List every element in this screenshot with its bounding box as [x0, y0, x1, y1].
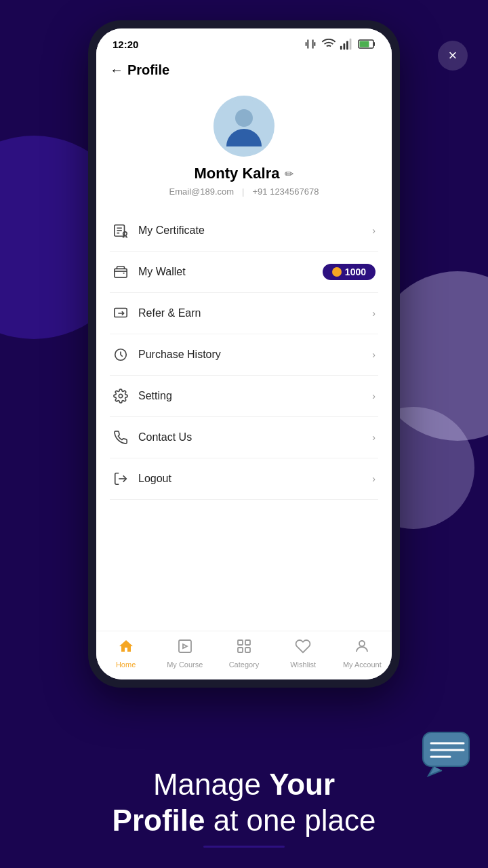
menu-label-purchase: Purchase History [138, 349, 221, 361]
back-button[interactable]: ← Profile [110, 62, 169, 78]
battery-icon [358, 39, 375, 49]
svg-rect-18 [179, 640, 191, 652]
status-bar: 12:20 [96, 28, 392, 56]
nav-item-wishlist[interactable]: Wishlist [283, 638, 323, 669]
menu-item-setting[interactable]: Setting › [110, 376, 378, 417]
svg-point-23 [359, 641, 365, 646]
nav-item-home[interactable]: Home [106, 638, 146, 669]
back-arrow-icon: ← [110, 62, 123, 78]
svg-rect-3 [350, 39, 352, 50]
profile-name-row: Monty Kalra ✏ [195, 165, 294, 182]
bottom-heading: Manage Your Profile at one place [113, 767, 376, 839]
svg-rect-2 [346, 41, 348, 50]
bottom-line2-normal: at one place [205, 804, 375, 837]
menu-label-setting: Setting [138, 390, 172, 402]
logout-icon [113, 471, 129, 487]
chevron-icon-certificate: › [372, 225, 375, 236]
phone-icon [113, 429, 129, 446]
svg-rect-13 [115, 269, 127, 277]
profile-section: Monty Kalra ✏ Email@189.com | +91 123456… [96, 85, 392, 210]
svg-rect-21 [238, 648, 243, 652]
bottom-line1-bold: Your [269, 768, 335, 801]
svg-rect-20 [245, 640, 250, 645]
svg-point-7 [235, 109, 253, 127]
header-title: Profile [127, 62, 169, 78]
chevron-icon-refer: › [372, 308, 375, 319]
nav-label-home: Home [116, 660, 136, 669]
bottom-nav: Home My Course [96, 631, 392, 679]
menu-label-wallet: My Wallet [138, 266, 186, 278]
home-icon [118, 638, 134, 658]
menu-item-my-wallet[interactable]: My Wallet 1000 [110, 252, 378, 293]
menu-label-refer: Refer & Earn [138, 307, 201, 319]
svg-point-12 [123, 232, 127, 236]
profile-contact: Email@189.com | +91 1234567678 [169, 186, 319, 197]
svg-rect-19 [238, 640, 243, 645]
contact-divider: | [242, 186, 244, 197]
wallet-badge: 1000 [323, 264, 375, 280]
wifi-icon [321, 37, 336, 52]
menu-label-certificate: My Certificate [138, 224, 205, 237]
header: ← Profile [96, 56, 392, 85]
signal-icon [340, 37, 354, 52]
nav-label-wishlist: Wishlist [290, 660, 316, 669]
phone-screen: 12:20 ← Profile [96, 28, 392, 679]
svg-rect-0 [340, 46, 342, 50]
chevron-icon-setting: › [372, 391, 375, 401]
category-icon [236, 638, 252, 658]
status-time: 12:20 [113, 39, 138, 50]
bottom-line1-normal: Manage [153, 768, 269, 801]
menu-item-contact-us[interactable]: Contact Us › [110, 417, 378, 458]
menu-label-logout: Logout [138, 473, 171, 485]
course-icon [177, 638, 193, 658]
menu-label-contact: Contact Us [138, 431, 192, 443]
menu-item-logout[interactable]: Logout › [110, 458, 378, 500]
chevron-icon-purchase: › [372, 349, 375, 360]
history-icon [113, 347, 129, 363]
edit-profile-icon[interactable]: ✏ [285, 167, 293, 180]
nav-item-category[interactable]: Category [224, 638, 264, 669]
coin-icon [332, 267, 342, 277]
heart-icon [295, 638, 311, 658]
menu-item-refer-earn[interactable]: Refer & Earn › [110, 293, 378, 334]
nav-label-category: Category [229, 660, 260, 669]
profile-email: Email@189.com [169, 186, 235, 197]
bottom-underline [203, 846, 285, 848]
chevron-icon-logout: › [372, 473, 375, 484]
certificate-icon [113, 222, 129, 239]
status-icons [303, 37, 375, 52]
nav-label-course: My Course [167, 660, 203, 669]
vibrate-icon [303, 37, 318, 52]
profile-name: Monty Kalra [195, 165, 280, 182]
svg-rect-14 [115, 309, 127, 317]
profile-phone: +91 1234567678 [253, 186, 319, 197]
bottom-text-section: Manage Your Profile at one place [0, 767, 488, 848]
nav-item-my-course[interactable]: My Course [165, 638, 205, 669]
svg-rect-1 [344, 43, 346, 50]
nav-item-account[interactable]: My Account [342, 638, 382, 669]
account-icon [354, 638, 370, 658]
bottom-line2-bold: Profile [113, 804, 205, 837]
wallet-amount: 1000 [345, 267, 366, 277]
svg-rect-22 [245, 648, 250, 652]
svg-point-16 [119, 394, 123, 398]
menu-item-my-certificate[interactable]: My Certificate › [110, 210, 378, 252]
menu-item-purchase-history[interactable]: Purchase History › [110, 334, 378, 376]
svg-rect-5 [360, 41, 369, 47]
wallet-icon [113, 264, 129, 280]
menu-list: My Certificate › My Wallet [96, 210, 392, 631]
close-button[interactable]: × [438, 41, 468, 71]
phone-frame: 12:20 ← Profile [88, 20, 400, 688]
chevron-icon-contact: › [372, 432, 375, 443]
nav-label-account: My Account [343, 660, 382, 669]
settings-icon [113, 388, 129, 404]
avatar [214, 96, 274, 157]
refer-icon [113, 305, 129, 321]
